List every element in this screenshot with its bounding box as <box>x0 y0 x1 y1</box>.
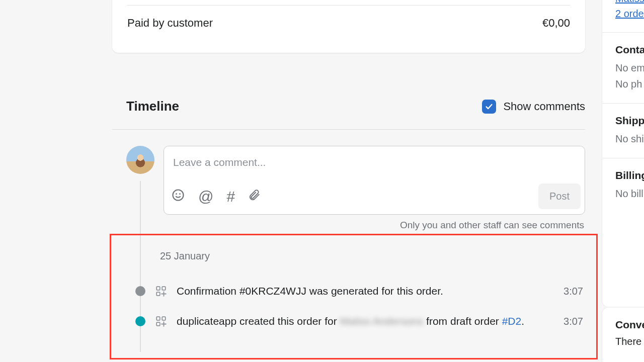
mention-icon[interactable]: @ <box>198 189 213 204</box>
billing-value: No bill <box>615 186 644 202</box>
timeline-events: 25 January Confirmation #0KRCZ4WJJ was g… <box>112 250 585 336</box>
show-comments-checkbox[interactable] <box>482 100 496 114</box>
shipping-heading: Shippi <box>615 115 644 127</box>
customer-orders-link[interactable]: 2 orde <box>615 6 644 21</box>
shipping-value: No shi <box>615 131 644 147</box>
attachment-icon[interactable] <box>248 189 261 204</box>
conversion-heading: Conve <box>615 319 644 331</box>
app-icon <box>155 286 167 297</box>
event-time: 3:07 <box>564 316 585 327</box>
customer-link[interactable]: Matiss <box>615 0 644 6</box>
payment-summary-card: Total €0,00 Paid by customer €0,00 <box>112 0 585 53</box>
contact-email: No em <box>615 60 644 76</box>
event-time: 3:07 <box>564 286 585 297</box>
timeline-event[interactable]: Confirmation #0KRCZ4WJJ was generated fo… <box>112 276 585 306</box>
conversion-sidebar: Conve There <box>602 308 644 362</box>
svg-point-2 <box>179 193 181 195</box>
emoji-icon[interactable] <box>171 188 185 205</box>
event-message: Confirmation #0KRCZ4WJJ was generated fo… <box>177 285 553 297</box>
post-button[interactable]: Post <box>538 184 581 209</box>
comment-input[interactable] <box>164 146 585 178</box>
svg-rect-7 <box>162 317 166 320</box>
conversion-value: There <box>615 336 644 347</box>
timeline-section: Timeline Show comments <box>112 99 585 231</box>
hashtag-icon[interactable]: # <box>226 189 235 204</box>
svg-point-1 <box>176 193 177 195</box>
svg-point-0 <box>173 190 184 201</box>
timeline-event[interactable]: duplicateapp created this order for Mati… <box>112 306 585 336</box>
paid-label: Paid by customer <box>127 17 213 30</box>
contact-heading: Conta <box>615 44 644 56</box>
draft-order-link[interactable]: #D2 <box>502 315 522 327</box>
svg-rect-8 <box>156 322 160 326</box>
contact-phone: No ph <box>615 76 644 92</box>
event-dot-icon <box>135 316 145 326</box>
svg-rect-4 <box>162 287 166 290</box>
paid-value: €0,00 <box>542 17 570 30</box>
show-comments-label: Show comments <box>503 100 585 113</box>
app-icon <box>155 316 167 327</box>
svg-rect-3 <box>156 287 160 290</box>
event-message: duplicateapp created this order for Mati… <box>177 315 553 327</box>
timeline-title: Timeline <box>112 99 179 114</box>
comment-visibility-note: Only you and other staff can see comment… <box>164 215 585 231</box>
svg-rect-5 <box>156 292 160 296</box>
timeline-date: 25 January <box>112 250 585 262</box>
comment-composer: @ # Post <box>164 146 585 215</box>
billing-heading: Billing <box>615 169 644 182</box>
paid-row: Paid by customer €0,00 <box>127 6 570 41</box>
avatar <box>126 146 154 174</box>
svg-rect-6 <box>156 317 160 320</box>
order-sidebar: Matiss 2 orde Conta No em No ph Shippi N… <box>602 0 644 307</box>
event-dot-icon <box>135 286 145 296</box>
total-row: Total €0,00 <box>127 0 570 6</box>
